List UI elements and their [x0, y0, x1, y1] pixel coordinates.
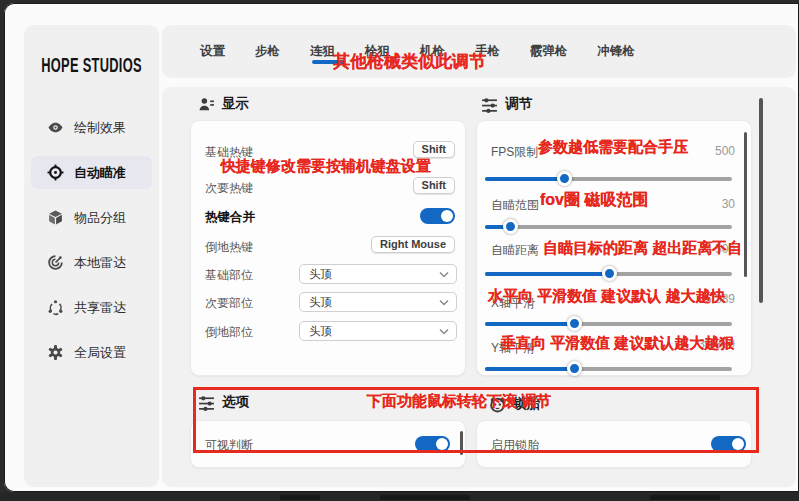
chevron-down-icon	[439, 328, 449, 335]
aim-distance-value: 500	[675, 242, 735, 256]
fps-limit-label: FPS限制	[491, 144, 538, 161]
sidebar-item-shared-radar[interactable]: 共享雷达	[31, 291, 152, 324]
toggle-knob	[436, 438, 448, 450]
locktire-section-title: 锁胎	[513, 395, 540, 413]
slider-thumb[interactable]	[567, 361, 582, 376]
options-section-header: 选项	[198, 393, 249, 411]
hotkey-merge-label: 热键合并	[205, 209, 255, 226]
tab-smg[interactable]: 冲锋枪	[598, 43, 636, 60]
adjust-card: FPS限制 500 自瞄范围 30 自瞄距离 500 X轴平滑 35.389	[476, 120, 752, 376]
hotkey-down-button[interactable]: Right Mouse	[371, 236, 455, 253]
options-card: 可视判断	[190, 420, 466, 468]
y-smooth-label: Y轴平滑	[491, 340, 535, 357]
part-down-value: 头顶	[309, 324, 332, 339]
sidebar-item-label: 共享雷达	[74, 299, 126, 317]
part-basic-select[interactable]: 头顶	[299, 264, 457, 284]
crosshair-icon	[47, 164, 64, 181]
part-down-select[interactable]: 头顶	[299, 321, 457, 341]
fps-limit-slider[interactable]	[485, 177, 732, 181]
weapon-tabbar: 设置 步枪 连狙 栓狙 机枪 手枪 霰弹枪 冲锋枪	[162, 25, 796, 78]
y-smooth-value: 35.389	[675, 337, 735, 351]
x-smooth-label: X轴平滑	[491, 295, 535, 312]
app-window: HOPE STUDIOS 绘制效果 自动瞄准 物品分组	[4, 3, 799, 492]
slider-thumb[interactable]	[567, 316, 582, 331]
slider-thumb[interactable]	[557, 171, 572, 186]
main-scrollbar[interactable]	[759, 98, 763, 303]
sliders-icon	[481, 96, 498, 113]
part-secondary-select[interactable]: 头顶	[299, 292, 457, 312]
taskbar-item	[380, 495, 470, 500]
sidebar-item-draw-effects[interactable]: 绘制效果	[31, 111, 152, 144]
taskbar-item	[650, 495, 720, 500]
toggle-knob	[441, 210, 453, 222]
slider-fill	[485, 177, 564, 181]
gear-icon	[47, 344, 64, 361]
enable-locktire-label: 启用锁胎	[491, 437, 539, 454]
sidebar-item-global-settings[interactable]: 全局设置	[31, 336, 152, 369]
part-basic-label: 基础部位	[205, 267, 253, 284]
adjust-section-title: 调节	[505, 95, 532, 113]
locktire-section-header: 锁胎	[489, 395, 540, 413]
hotkey-basic-button[interactable]: Shift	[413, 141, 455, 158]
part-secondary-label: 次要部位	[205, 295, 253, 312]
aim-fov-value: 30	[675, 197, 735, 211]
chevron-down-icon	[439, 299, 449, 306]
y-smooth-slider[interactable]	[485, 367, 732, 371]
sidebar: HOPE STUDIOS 绘制效果 自动瞄准 物品分组	[24, 25, 159, 487]
sidebar-item-label: 本地雷达	[74, 254, 126, 272]
tab-mg[interactable]: 机枪	[420, 43, 445, 60]
aim-distance-label: 自瞄距离	[491, 242, 539, 259]
display-card: 基础热键 Shift 次要热键 Shift 热键合并 倒地热键 Right Mo…	[190, 120, 466, 376]
hotkey-merge-toggle[interactable]	[420, 208, 455, 224]
taskbar-item	[280, 495, 320, 500]
fps-limit-value: 500	[675, 144, 735, 158]
part-basic-value: 头顶	[309, 267, 332, 282]
adjust-section-header: 调节	[481, 95, 532, 113]
tab-dmr[interactable]: 连狙	[310, 43, 335, 60]
chevron-down-icon	[439, 271, 449, 278]
locktire-card: 启用锁胎	[476, 420, 752, 468]
visibility-check-label: 可视判断	[205, 437, 253, 454]
part-secondary-value: 头顶	[309, 295, 332, 310]
adjust-card-scrollbar[interactable]	[744, 132, 747, 277]
active-tab-underline	[312, 60, 346, 64]
options-card-scrollbar[interactable]	[460, 431, 463, 455]
tab-settings[interactable]: 设置	[200, 43, 225, 60]
sliders-icon	[198, 394, 215, 411]
part-down-label: 倒地部位	[205, 324, 253, 341]
hotkey-secondary-button[interactable]: Shift	[413, 177, 455, 194]
slider-fill	[485, 272, 609, 276]
tab-shotgun[interactable]: 霰弹枪	[530, 43, 568, 60]
tab-rifle[interactable]: 步枪	[255, 43, 280, 60]
enable-locktire-toggle[interactable]	[711, 436, 746, 452]
box-icon	[47, 209, 64, 226]
tab-bolt-sniper[interactable]: 栓狙	[365, 43, 390, 60]
slider-fill	[485, 367, 574, 371]
hotkey-secondary-label: 次要热键	[205, 180, 253, 197]
visibility-check-toggle[interactable]	[415, 436, 450, 452]
x-smooth-slider[interactable]	[485, 322, 732, 326]
lock-tire-icon	[489, 396, 506, 413]
sidebar-item-label: 物品分组	[74, 209, 126, 227]
sidebar-item-label: 绘制效果	[74, 119, 126, 137]
share-radar-icon	[47, 299, 64, 316]
user-icon	[198, 96, 215, 113]
sidebar-item-auto-aim[interactable]: 自动瞄准	[31, 156, 152, 189]
sidebar-item-local-radar[interactable]: 本地雷达	[31, 246, 152, 279]
slider-thumb[interactable]	[602, 266, 617, 281]
aim-fov-slider[interactable]	[485, 225, 732, 229]
sidebar-item-label: 自动瞄准	[74, 164, 126, 182]
tab-pistol[interactable]: 手枪	[475, 43, 500, 60]
display-section-header: 显示	[198, 95, 249, 113]
brand-logo: HOPE STUDIOS	[29, 54, 153, 76]
screenshot-canvas: HOPE STUDIOS 绘制效果 自动瞄准 物品分组	[0, 0, 799, 501]
radar-icon	[47, 254, 64, 271]
taskbar-strip	[0, 492, 799, 501]
hotkey-basic-label: 基础热键	[205, 144, 253, 161]
sidebar-item-label: 全局设置	[74, 344, 126, 362]
aim-fov-label: 自瞄范围	[491, 197, 539, 214]
aim-distance-slider[interactable]	[485, 272, 732, 276]
sidebar-item-item-groups[interactable]: 物品分组	[31, 201, 152, 234]
slider-fill	[485, 322, 574, 326]
slider-thumb[interactable]	[503, 219, 518, 234]
